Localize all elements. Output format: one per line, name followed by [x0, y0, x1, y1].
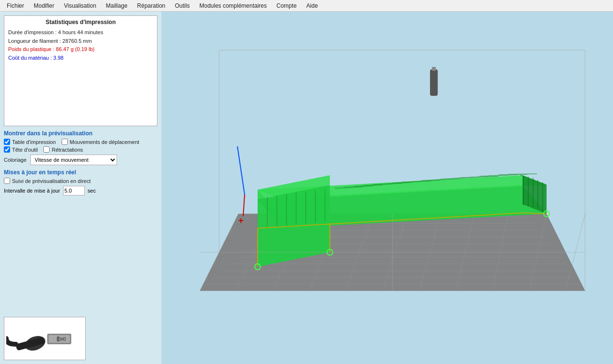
cb-table-text: Table d'impression — [12, 139, 56, 145]
cb-retract-input[interactable] — [43, 146, 50, 153]
usb-thumbnail — [4, 317, 86, 360]
usb-svg — [6, 319, 83, 358]
stat-duration: Durée d'impression : 4 hours 44 minutes — [8, 28, 153, 37]
cb-table-label[interactable]: Table d'impression — [4, 139, 56, 145]
stat-filament: Longueur de filament : 28760.5 mm — [8, 37, 153, 46]
svg-rect-83 — [432, 67, 436, 71]
cb-table-input[interactable] — [4, 139, 10, 145]
left-panel: Statistiques d'impression Durée d'impres… — [0, 12, 161, 364]
interval-input[interactable] — [63, 186, 85, 195]
show-preview-title: Montrer dans la prévisualisation — [4, 130, 157, 137]
realtime-section: Mises à jour en temps réel Suivi de prév… — [4, 168, 157, 195]
svg-rect-0 — [6, 319, 83, 358]
direct-preview-input[interactable] — [4, 178, 10, 184]
cb-head-text: Tête d'outil — [12, 147, 38, 153]
cb-move-input[interactable] — [62, 139, 68, 145]
scene-3d[interactable]: + — [161, 12, 613, 364]
realtime-direct-row: Suivi de prévisualisation en direct — [4, 178, 157, 184]
svg-text:+: + — [238, 216, 244, 225]
interval-unit: sec — [88, 188, 96, 194]
main-layout: Statistiques d'impression Durée d'impres… — [0, 12, 613, 364]
direct-preview-label[interactable]: Suivi de prévisualisation en direct — [4, 178, 91, 184]
cb-move-label[interactable]: Mouvements de déplacement — [62, 139, 139, 145]
menu-visualisation[interactable]: Visualisation — [59, 1, 101, 10]
cb-move-text: Mouvements de déplacement — [70, 139, 139, 145]
stat-weight: Poids du plastique : 86.47 g (0.19 lb) — [8, 45, 153, 54]
cb-head-input[interactable] — [4, 146, 10, 153]
cb-head-label[interactable]: Tête d'outil — [4, 146, 38, 153]
menu-fichier[interactable]: Fichier — [2, 1, 29, 10]
menu-reparation[interactable]: Réparation — [132, 1, 170, 10]
menu-modifier[interactable]: Modifier — [29, 1, 59, 10]
realtime-title: Mises à jour en temps réel — [4, 169, 157, 176]
stats-box: Statistiques d'impression Durée d'impres… — [4, 15, 157, 126]
interval-row: Intervalle de mise à jour sec — [4, 186, 157, 195]
stats-title: Statistiques d'impression — [8, 19, 153, 26]
menu-outils[interactable]: Outils — [170, 1, 195, 10]
svg-line-69 — [508, 174, 537, 174]
interval-label: Intervalle de mise à jour — [4, 188, 60, 194]
svg-rect-82 — [430, 69, 438, 96]
menubar: Fichier Modifier Visualisation Maillage … — [0, 0, 613, 12]
coloring-row: Coloriage Vitesse de mouvementType d'ext… — [4, 155, 157, 165]
direct-preview-text: Suivi de prévisualisation en direct — [12, 178, 91, 184]
menu-modules[interactable]: Modules complémentaires — [195, 1, 272, 10]
menu-aide[interactable]: Aide — [301, 1, 323, 10]
menu-maillage[interactable]: Maillage — [101, 1, 132, 10]
menu-compte[interactable]: Compte — [272, 1, 301, 10]
cb-retract-label[interactable]: Rétractations — [43, 146, 83, 153]
show-preview-section: Montrer dans la prévisualisation Table d… — [4, 129, 157, 165]
stat-cost: Coût du matériau : 3.98 — [8, 54, 153, 63]
coloring-select[interactable]: Vitesse de mouvementType d'extrusionCouc… — [30, 155, 117, 165]
cb-retract-text: Rétractations — [52, 147, 83, 153]
checkbox-row-1: Table d'impression Mouvements de déplace… — [4, 139, 157, 145]
checkbox-row-2: Tête d'outil Rétractations — [4, 146, 157, 153]
viewport[interactable]: Mode de prévisualisation Vitesse (mm/s) … — [161, 12, 613, 364]
coloring-label: Coloriage — [4, 157, 26, 163]
